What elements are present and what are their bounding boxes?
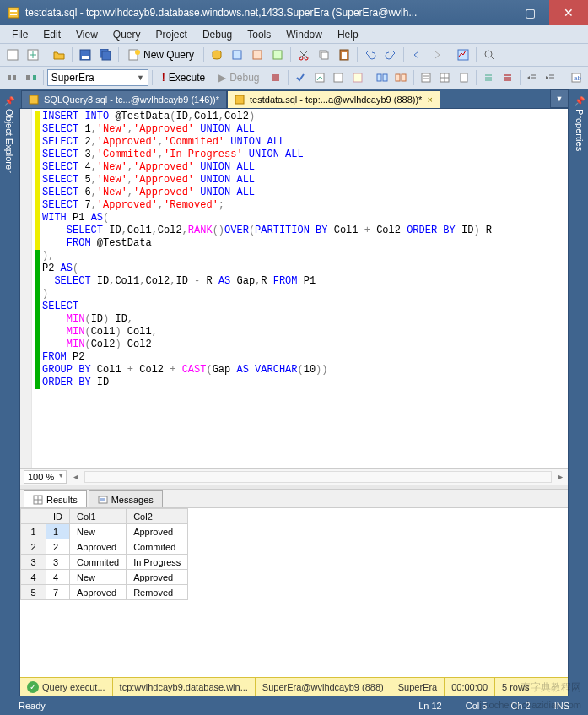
active-files-button[interactable]: ▼	[550, 89, 569, 108]
menu-query[interactable]: Query	[106, 27, 148, 42]
grid-row[interactable]: 44NewApproved	[21, 570, 188, 585]
svg-point-12	[135, 50, 140, 55]
tab-testdata[interactable]: testdata.sql - tcp:...a@wvlhdcayb9 (888)…	[227, 90, 440, 108]
nav-back-button[interactable]	[407, 46, 426, 64]
database-combo[interactable]: SuperEra ▼	[47, 69, 148, 86]
menu-file[interactable]: File	[5, 27, 35, 42]
estimated-plan-button[interactable]	[310, 68, 327, 87]
db-engine-query-button[interactable]	[208, 46, 226, 64]
svg-rect-62	[99, 496, 107, 503]
new-project-button[interactable]	[3, 46, 22, 64]
properties-label: Properties	[575, 109, 585, 151]
outdent-button[interactable]	[542, 68, 559, 87]
svg-rect-31	[316, 73, 324, 82]
svg-rect-14	[233, 51, 241, 59]
status-rows: 5 rows	[495, 678, 536, 696]
svg-line-25	[491, 57, 494, 60]
sql-editor[interactable]: INSERT INTO @TestData(ID,Col1,Col2) SELE…	[32, 109, 568, 468]
intellisense-button[interactable]	[348, 68, 365, 87]
analysis-query-button[interactable]	[228, 46, 246, 64]
tab-messages[interactable]: Messages	[89, 490, 163, 507]
grid-row[interactable]: 22ApprovedCommited	[21, 539, 188, 555]
svg-rect-32	[334, 73, 343, 82]
activity-monitor-button[interactable]	[454, 46, 472, 64]
col-header-col2[interactable]: Col2	[127, 509, 188, 524]
zoom-combo[interactable]: 100 %▼	[24, 470, 67, 484]
save-all-button[interactable]	[96, 46, 115, 64]
object-explorer-tab[interactable]: 📌 Object Explorer	[0, 89, 18, 696]
undo-button[interactable]	[361, 46, 380, 64]
debug-button[interactable]: ▶ Debug	[213, 68, 265, 87]
pin-icon: 📌	[4, 96, 14, 106]
svg-rect-57	[30, 95, 38, 104]
execute-button[interactable]: ! Execute	[156, 68, 211, 87]
status-user: SuperEra@wvlhdcayb9 (888)	[256, 678, 391, 696]
results-text-button[interactable]	[418, 68, 434, 87]
find-button[interactable]	[480, 46, 499, 64]
close-button[interactable]: ✕	[549, 0, 588, 25]
results-grid[interactable]: ID Col1 Col2 11NewApproved 22ApprovedCom…	[20, 508, 568, 677]
results-file-button[interactable]	[456, 68, 472, 87]
indent-button[interactable]	[524, 68, 541, 87]
menu-bar: File Edit View Query Project Debug Tools…	[0, 25, 588, 44]
menu-debug[interactable]: Debug	[196, 27, 239, 42]
scroll-right-icon[interactable]: ►	[557, 473, 564, 481]
svg-rect-29	[33, 75, 36, 80]
app-icon	[7, 6, 20, 19]
grid-row[interactable]: 33CommitedIn Progress	[21, 555, 188, 570]
parse-button[interactable]	[292, 68, 309, 87]
copy-button[interactable]	[315, 46, 333, 64]
menu-help[interactable]: Help	[331, 27, 365, 42]
mdx-query-button[interactable]	[248, 46, 267, 64]
menu-view[interactable]: View	[69, 27, 105, 42]
paste-button[interactable]	[335, 46, 353, 64]
properties-tab[interactable]: 📌 Properties	[570, 89, 588, 696]
add-item-button[interactable]	[24, 46, 42, 64]
svg-rect-28	[26, 75, 30, 80]
maximize-button[interactable]: ▢	[510, 0, 549, 25]
toolbar-sql: SuperEra ▼ ! Execute ▶ Debug ab	[0, 67, 588, 89]
svg-rect-36	[396, 74, 400, 81]
include-stats-button[interactable]	[392, 68, 409, 87]
menu-tools[interactable]: Tools	[240, 27, 278, 42]
uncomment-button[interactable]	[499, 68, 515, 87]
col-header-id[interactable]: ID	[46, 509, 70, 524]
svg-rect-35	[383, 74, 387, 81]
grid-row[interactable]: 11NewApproved	[21, 524, 188, 539]
execute-icon: !	[162, 72, 165, 84]
h-scrollbar[interactable]	[84, 471, 552, 483]
menu-edit[interactable]: Edit	[36, 27, 67, 42]
redo-button[interactable]	[381, 46, 400, 64]
col-header-col1[interactable]: Col1	[70, 509, 127, 524]
grid-row[interactable]: 57ApprovedRemoved	[21, 585, 188, 600]
tab-sqlquery3[interactable]: SQLQuery3.sql - tc...@wvlhdcayb9 (146))*	[21, 90, 227, 108]
cancel-query-button[interactable]	[267, 68, 284, 87]
results-grid-button[interactable]	[436, 68, 453, 87]
svg-rect-27	[13, 75, 16, 80]
cut-button[interactable]	[294, 46, 313, 64]
new-query-button[interactable]: New Query	[122, 46, 200, 64]
svg-rect-8	[82, 56, 89, 59]
status-exec: ✓Query execut...	[20, 678, 113, 696]
tab-results[interactable]: Results	[24, 490, 87, 507]
minimize-button[interactable]: –	[472, 0, 510, 25]
change-conn-button[interactable]	[22, 68, 39, 87]
include-plan-button[interactable]	[374, 68, 391, 87]
menu-window[interactable]: Window	[279, 27, 329, 42]
status-bar: Ready Ln 12 Col 5 Ch 2 INS	[0, 696, 588, 715]
nav-fwd-button[interactable]	[428, 46, 446, 64]
success-icon: ✓	[27, 681, 39, 693]
xmla-query-button[interactable]	[268, 46, 287, 64]
row-header-corner[interactable]	[21, 509, 46, 524]
query-options-button[interactable]	[330, 68, 347, 87]
menu-project[interactable]: Project	[149, 27, 194, 42]
save-button[interactable]	[76, 46, 94, 64]
connect-button[interactable]	[3, 68, 20, 87]
close-tab-button[interactable]: ×	[427, 95, 432, 105]
open-button[interactable]	[50, 46, 68, 64]
comment-button[interactable]	[480, 68, 497, 87]
toolbar-main: New Query	[0, 44, 588, 67]
svg-rect-20	[321, 52, 328, 59]
scroll-left-icon[interactable]: ◄	[72, 473, 79, 481]
template-button[interactable]: ab	[568, 68, 585, 87]
